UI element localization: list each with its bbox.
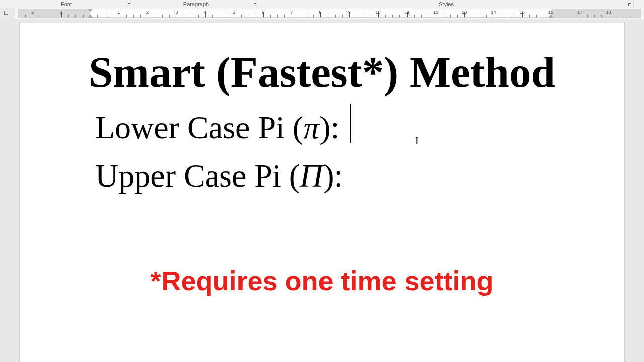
ruler-number: 5: [233, 10, 235, 15]
ruler-tick-minor: [54, 15, 54, 17]
line-upper-pi: Upper Case Pi (Π):: [95, 157, 624, 195]
ruler-tick-minor: [105, 15, 105, 17]
ruler-tick-minor: [112, 15, 112, 17]
ruler-tick-minor: [385, 15, 386, 17]
horizontal-ruler[interactable]: 21123456789101112131415161718: [18, 9, 641, 18]
ruler-tick-minor: [623, 15, 623, 17]
ruler-tick-minor: [328, 15, 328, 17]
ruler-tick-minor: [587, 15, 588, 17]
ruler-tick-minor: [421, 15, 422, 17]
ruler-tick-minor: [242, 15, 242, 17]
ruler-tick-minor: [162, 15, 163, 17]
horizontal-ruler-row: 21123456789101112131415161718: [0, 8, 644, 19]
ruler-number: 10: [375, 10, 380, 15]
ribbon-group-styles: Styles: [259, 0, 634, 8]
styles-dialog-launcher-icon[interactable]: [627, 2, 632, 7]
ruler-tick-minor: [133, 15, 134, 17]
document-workspace: Smart (Fastest*) Method Lower Case Pi (π…: [0, 19, 644, 362]
ibeam-cursor-icon: I: [415, 135, 419, 147]
ruler-tick-minor: [429, 15, 429, 17]
ruler-tick-minor: [486, 15, 487, 17]
ruler-tick-minor: [501, 15, 501, 17]
ruler-number: 1: [118, 10, 120, 15]
ruler-tick-minor: [392, 15, 393, 17]
ruler-tick-minor: [472, 15, 472, 17]
ruler-tick-minor: [198, 15, 199, 17]
ruler-tick-minor: [450, 15, 451, 17]
ribbon-group-labels: Font Paragraph Styles: [0, 0, 644, 8]
ruler-number: 7: [290, 10, 293, 15]
ruler-tick-minor: [573, 15, 573, 17]
ruler-tick-minor: [169, 15, 170, 17]
ruler-right-margin: [551, 9, 640, 17]
line1-prefix: Lower Case Pi (: [95, 110, 303, 145]
ruler-tick-minor: [371, 15, 371, 17]
ruler-tick-minor: [256, 15, 256, 17]
pi-lower-symbol: π: [303, 110, 319, 145]
ruler-tick-minor: [212, 15, 213, 17]
ruler-tick-minor: [68, 15, 69, 17]
ruler-tick-minor: [126, 15, 127, 17]
line2-suffix: ):: [323, 158, 343, 194]
ruler-tick-minor: [357, 15, 357, 17]
ruler-tick-minor: [47, 15, 47, 17]
text-caret: [350, 104, 351, 143]
ruler-number: 17: [577, 10, 582, 15]
ruler-number: 14: [491, 10, 496, 15]
ruler-tick-minor: [335, 15, 336, 17]
first-line-indent-marker[interactable]: [88, 9, 93, 12]
ribbon-group-label: Styles: [439, 1, 454, 7]
tab-selector[interactable]: [0, 8, 15, 19]
ruler-tick-minor: [140, 15, 141, 17]
ruler-tick-minor: [544, 15, 544, 17]
ribbon-group-paragraph: Paragraph: [133, 0, 259, 8]
ruler-tick-minor: [399, 15, 400, 17]
ruler-tick-minor: [83, 15, 84, 17]
paragraph-dialog-launcher-icon[interactable]: [253, 2, 258, 7]
ruler-tick-minor: [601, 15, 602, 17]
ruler-tick-minor: [630, 15, 630, 17]
ruler-tick-minor: [313, 15, 314, 17]
document-page[interactable]: Smart (Fastest*) Method Lower Case Pi (π…: [20, 23, 624, 362]
ruler-tick-minor: [97, 15, 98, 17]
ribbon-group-label: Font: [61, 1, 72, 7]
ruler-number: 1: [60, 10, 62, 15]
ruler-tick-minor: [40, 15, 40, 17]
ruler-tick-minor: [270, 15, 271, 17]
ribbon-group-font: Font: [0, 0, 133, 8]
ruler-number: 16: [548, 10, 553, 15]
ruler-number: 18: [606, 10, 611, 15]
ruler-tick-minor: [414, 15, 415, 17]
ruler-tick-minor: [479, 15, 479, 17]
ruler-tick-minor: [184, 15, 184, 17]
ruler-tick-minor: [191, 15, 191, 17]
ruler-tick-minor: [558, 15, 558, 17]
ruler-number: 15: [520, 10, 525, 15]
ruler-number: 6: [262, 10, 264, 15]
ruler-tick-minor: [616, 15, 616, 17]
ruler-tick-minor: [342, 15, 343, 17]
ribbon-group-label: Paragraph: [183, 1, 209, 7]
ruler-tick-minor: [529, 15, 530, 17]
ruler-tick-minor: [566, 15, 566, 17]
line1-suffix: ):: [319, 110, 347, 145]
font-dialog-launcher-icon[interactable]: [127, 2, 132, 7]
ruler-tick-minor: [594, 15, 595, 17]
ruler-number: 11: [405, 10, 410, 15]
hanging-indent-marker[interactable]: [88, 14, 93, 18]
pi-upper-symbol: Π: [300, 158, 323, 194]
ruler-tick-minor: [306, 15, 306, 17]
ruler-tick-minor: [299, 15, 299, 17]
ruler-tick-minor: [75, 15, 76, 17]
ruler-number: 13: [462, 10, 467, 15]
ruler-tick-minor: [364, 15, 364, 17]
ruler-number: 2: [31, 10, 34, 15]
ruler-tick-minor: [515, 15, 515, 17]
ruler-number: 9: [348, 10, 351, 15]
ruler-tick-minor: [443, 15, 443, 17]
ruler-tick-minor: [249, 15, 249, 17]
ruler-number: 2: [146, 10, 149, 15]
ruler-number: 3: [175, 10, 178, 15]
line2-prefix: Upper Case Pi (: [95, 158, 300, 194]
document-title: Smart (Fastest*) Method: [20, 49, 624, 95]
